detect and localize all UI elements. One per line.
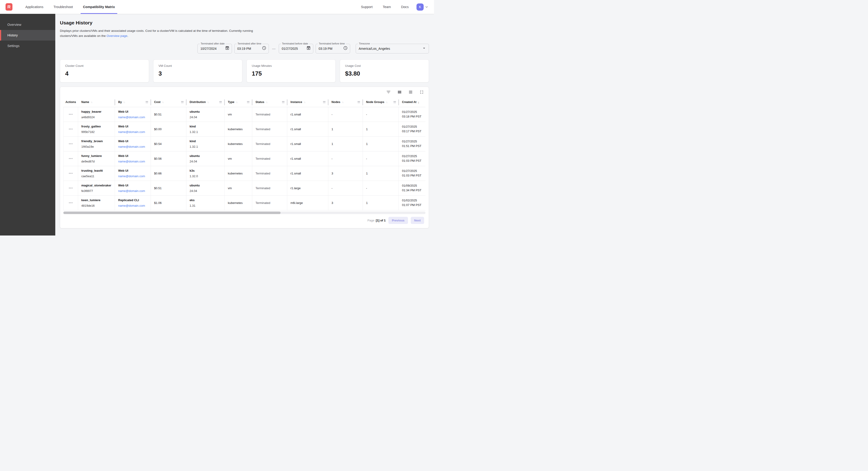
sort-icon[interactable]: ↑↓ bbox=[91, 101, 92, 104]
nav-tab-troubleshoot[interactable]: Troubleshoot bbox=[51, 0, 75, 14]
row-actions-icon[interactable] bbox=[69, 143, 72, 144]
created-by-email-link[interactable]: name@domain.com bbox=[118, 145, 148, 148]
nav-tab-compatibility-matrix[interactable]: Compatibility Matrix bbox=[81, 0, 117, 14]
created-by-source: Web UI bbox=[118, 110, 148, 113]
sort-icon[interactable]: ↑↓ bbox=[342, 101, 343, 104]
created-by-email-link[interactable]: name@domain.com bbox=[118, 160, 148, 163]
sort-desc-icon[interactable]: ↓ bbox=[418, 100, 420, 104]
column-header-status[interactable]: Status↑↓ bbox=[252, 97, 287, 107]
created-at-time: 01:03 PM PST bbox=[402, 173, 422, 178]
column-filter-icon[interactable] bbox=[323, 101, 326, 103]
terminated-after-date-field[interactable]: Terminated after date 10/27/2024 bbox=[197, 44, 232, 54]
clock-icon[interactable] bbox=[262, 46, 266, 51]
chevron-down-icon[interactable] bbox=[425, 5, 429, 9]
calendar-icon[interactable] bbox=[306, 46, 311, 51]
sort-icon[interactable]: ↑↓ bbox=[207, 101, 209, 104]
row-actions-icon[interactable] bbox=[69, 158, 72, 159]
sidebar: Overview History Settings bbox=[0, 14, 55, 235]
nav-link-team[interactable]: Team bbox=[383, 5, 391, 9]
horizontal-scrollbar-thumb[interactable] bbox=[63, 211, 281, 214]
sidebar-item-settings[interactable]: Settings bbox=[0, 40, 55, 51]
next-button[interactable]: Next bbox=[411, 217, 424, 224]
overview-page-link[interactable]: Overview page bbox=[107, 34, 127, 37]
row-actions-icon[interactable] bbox=[69, 114, 72, 115]
timezone-select[interactable]: Timezone America/Los_Angeles bbox=[356, 44, 429, 54]
column-header-created[interactable]: Created At↓ bbox=[399, 97, 426, 107]
nav-link-support[interactable]: Support bbox=[361, 5, 373, 9]
cell-actions[interactable] bbox=[63, 181, 78, 196]
column-header-nodes[interactable]: Nodes↑↓ bbox=[328, 97, 363, 107]
column-filter-icon[interactable] bbox=[181, 101, 184, 103]
sort-icon[interactable]: ↑↓ bbox=[162, 101, 163, 104]
column-filter-icon[interactable] bbox=[358, 101, 360, 103]
cell-instance: r1.small bbox=[287, 151, 328, 166]
created-by-email-link[interactable]: name@domain.com bbox=[118, 115, 148, 119]
terminated-before-time-field[interactable]: Terminated before time 03:19 PM bbox=[316, 44, 350, 54]
row-actions-icon[interactable] bbox=[69, 187, 72, 188]
created-by-email-link[interactable]: name@domain.com bbox=[118, 174, 148, 178]
column-header-type[interactable]: Type↑↓ bbox=[225, 97, 252, 107]
cell-status: Terminated bbox=[252, 151, 287, 166]
column-header-name[interactable]: Name↑↓ bbox=[78, 97, 115, 107]
cell-node_groups: - bbox=[363, 107, 399, 122]
app-logo[interactable]: R bbox=[5, 3, 12, 10]
field-label: Terminated after time bbox=[237, 42, 262, 45]
nav-link-docs[interactable]: Docs bbox=[401, 5, 409, 9]
distribution-version: 1.32.0 bbox=[190, 174, 221, 178]
dropdown-arrow-icon[interactable] bbox=[422, 46, 426, 51]
created-by-email-link[interactable]: name@domain.com bbox=[118, 189, 148, 193]
clock-icon[interactable] bbox=[343, 46, 348, 51]
cell-actions[interactable] bbox=[63, 166, 78, 181]
filter-icon[interactable] bbox=[386, 90, 391, 94]
column-header-node_groups[interactable]: Node Groups↑↓ bbox=[363, 97, 399, 107]
column-header-instance[interactable]: Instance↑↓ bbox=[287, 97, 328, 107]
cell-name: keen_lumiere4819de16 bbox=[78, 196, 115, 210]
sort-icon[interactable]: ↑↓ bbox=[236, 101, 237, 104]
column-header-cost[interactable]: Cost↑↓ bbox=[151, 97, 186, 107]
calendar-icon[interactable] bbox=[225, 46, 229, 51]
cell-actions[interactable] bbox=[63, 196, 78, 210]
type-value: vm bbox=[228, 113, 249, 116]
dot bbox=[69, 143, 70, 144]
fullscreen-icon[interactable] bbox=[419, 90, 424, 94]
sort-icon[interactable]: ↑↓ bbox=[123, 101, 125, 104]
sidebar-item-overview[interactable]: Overview bbox=[0, 19, 55, 30]
cell-actions[interactable] bbox=[63, 137, 78, 151]
created-by-email-link[interactable]: name@domain.com bbox=[118, 130, 148, 134]
status-value: Terminated bbox=[255, 157, 284, 160]
column-filter-icon[interactable] bbox=[282, 101, 284, 103]
column-header-by[interactable]: By↑↓ bbox=[115, 97, 151, 107]
node-groups-value: 1 bbox=[366, 142, 395, 146]
nodes-value: 1 bbox=[332, 127, 359, 131]
terminated-before-date-field[interactable]: Terminated before date 01/27/2025 bbox=[279, 44, 313, 54]
usage-table-card: ActionsName↑↓By↑↓Cost↑↓Distribution↑↓Typ… bbox=[60, 87, 429, 228]
sort-icon[interactable]: ↑↓ bbox=[385, 101, 387, 104]
cell-by: Web UIname@domain.com bbox=[115, 122, 151, 137]
row-actions-icon[interactable] bbox=[69, 128, 72, 129]
column-filter-icon[interactable] bbox=[146, 101, 148, 103]
nodes-value: 3 bbox=[332, 172, 359, 175]
column-filter-icon[interactable] bbox=[219, 101, 222, 103]
created-by-source: Web UI bbox=[118, 169, 148, 172]
sidebar-item-history[interactable]: History bbox=[0, 30, 55, 40]
sort-icon[interactable]: ↑↓ bbox=[304, 101, 305, 104]
column-filter-icon[interactable] bbox=[247, 101, 249, 103]
avatar[interactable]: K bbox=[416, 3, 424, 10]
row-actions-icon[interactable] bbox=[69, 202, 72, 203]
column-header-distribution[interactable]: Distribution↑↓ bbox=[186, 97, 225, 107]
sort-icon[interactable]: ↑↓ bbox=[266, 101, 267, 104]
column-filter-icon[interactable] bbox=[394, 101, 396, 103]
instance-value: r1.small bbox=[290, 113, 325, 116]
density-icon[interactable] bbox=[408, 90, 413, 94]
nav-tab-applications[interactable]: Applications bbox=[23, 0, 45, 14]
row-actions-icon[interactable] bbox=[69, 173, 72, 174]
column-label: Actions bbox=[65, 100, 76, 104]
terminated-after-time-field[interactable]: Terminated after time 03:19 PM bbox=[234, 44, 269, 54]
created-by-email-link[interactable]: name@domain.com bbox=[118, 204, 148, 207]
filter-bar bbox=[181, 101, 184, 102]
cell-actions[interactable] bbox=[63, 151, 78, 166]
cell-actions[interactable] bbox=[63, 122, 78, 137]
previous-button[interactable]: Previous bbox=[389, 217, 408, 224]
cell-actions[interactable] bbox=[63, 107, 78, 122]
columns-icon[interactable] bbox=[397, 90, 402, 94]
